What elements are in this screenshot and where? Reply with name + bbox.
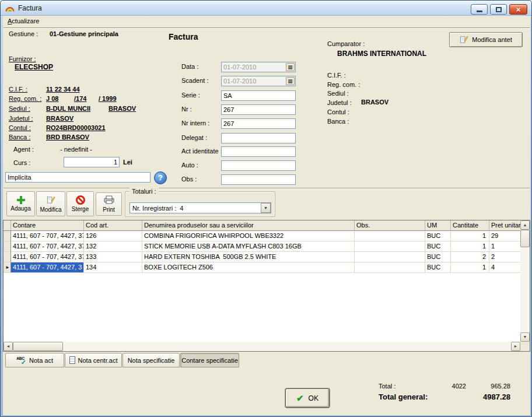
cell-contare-selected[interactable]: 4111, 607 - 707, 4427, 3 bbox=[11, 262, 84, 273]
act-identitate-label: Act identitate : bbox=[181, 148, 222, 155]
ok-label: OK bbox=[309, 394, 318, 402]
gestiune-value: 01-Gestiune principala bbox=[50, 30, 118, 38]
title-bar[interactable]: Factura × bbox=[1, 1, 531, 16]
maximize-button[interactable] bbox=[490, 4, 507, 15]
cell-cantitate[interactable]: 1 bbox=[451, 241, 489, 252]
adauga-button[interactable]: Adauga bbox=[6, 191, 35, 216]
table-row[interactable]: 4111, 607 - 707, 4427, 37 126 COMBINA FR… bbox=[4, 231, 530, 241]
cell-um[interactable]: BUC bbox=[425, 241, 451, 252]
scroll-left-icon[interactable]: ◄ bbox=[4, 342, 13, 351]
horizontal-scroll-thumb[interactable] bbox=[13, 342, 63, 351]
curs-input[interactable] bbox=[64, 157, 120, 167]
auto-input[interactable] bbox=[221, 160, 296, 171]
furnizor-label[interactable]: Furnizor : bbox=[9, 55, 36, 63]
header-cod-art[interactable]: Cod art. bbox=[84, 220, 142, 231]
nr-intern-input[interactable] bbox=[221, 118, 296, 129]
cell-contare[interactable]: 4111, 607 - 707, 4427, 37 bbox=[11, 252, 84, 262]
cell-cantitate[interactable]: 1 bbox=[451, 231, 489, 241]
supplier-regcom-part3[interactable]: / 1999 bbox=[99, 95, 117, 103]
modifica-antet-button[interactable]: Modifica antet bbox=[449, 32, 523, 47]
calendar-icon[interactable]: ▦ bbox=[286, 77, 295, 85]
supplier-banca-label[interactable]: Banca : bbox=[9, 134, 30, 141]
row-selector-cell[interactable] bbox=[4, 252, 11, 262]
ok-button[interactable]: ✔ OK bbox=[285, 388, 330, 408]
cell-cantitate[interactable]: 2 bbox=[451, 252, 489, 262]
table-row-selected[interactable]: ► 4111, 607 - 707, 4427, 3 134 BOXE LOGI… bbox=[4, 262, 530, 273]
help-button[interactable]: ? bbox=[154, 171, 167, 184]
menu-actualizare[interactable]: Actualizare bbox=[4, 16, 43, 26]
tab-nota-specificatie[interactable]: Nota specificatie bbox=[123, 353, 180, 367]
header-obs[interactable]: Obs. bbox=[355, 220, 425, 231]
header-cantitate[interactable]: Cantitate bbox=[451, 220, 489, 231]
supplier-sediul-label[interactable]: Sediul : bbox=[9, 105, 30, 113]
sterge-button[interactable]: Sterge bbox=[66, 191, 94, 216]
cell-cod-art[interactable]: 133 bbox=[84, 252, 142, 262]
supplier-judetul-label[interactable]: Judetul : bbox=[9, 115, 33, 122]
header-contare[interactable]: Contare bbox=[11, 220, 84, 231]
scroll-up-icon[interactable]: ▲ bbox=[520, 220, 530, 230]
supplier-sediul-city[interactable]: BRASOV bbox=[108, 105, 136, 113]
scroll-right-icon[interactable]: ► bbox=[511, 342, 520, 351]
supplier-regcom-label[interactable]: Reg. com. : bbox=[9, 95, 41, 103]
cell-obs[interactable] bbox=[355, 241, 425, 252]
tab-nota-act[interactable]: ABC✓ Nota act bbox=[5, 353, 64, 367]
cell-cod-art[interactable]: 134 bbox=[84, 262, 142, 273]
cell-obs[interactable] bbox=[355, 231, 425, 241]
cell-obs[interactable] bbox=[355, 252, 425, 262]
serie-input[interactable] bbox=[221, 90, 296, 101]
supplier-cif-value[interactable]: 11 22 34 44 bbox=[46, 86, 80, 93]
vertical-scrollbar[interactable]: ▲ ▼ bbox=[520, 220, 530, 342]
delegat-input[interactable] bbox=[221, 133, 296, 143]
supplier-banca-value[interactable]: BRD BRASOV bbox=[46, 134, 89, 141]
current-row-arrow-icon: ► bbox=[5, 265, 10, 270]
nr-input[interactable] bbox=[221, 104, 296, 115]
act-identitate-input[interactable] bbox=[221, 146, 296, 157]
cell-denumire[interactable]: COMBINA FRIGORIFICA WHIRPOOL WBE3322 bbox=[142, 231, 355, 241]
obs-input[interactable] bbox=[221, 174, 296, 185]
calendar-icon[interactable]: ▦ bbox=[286, 63, 295, 71]
row-selector-cell[interactable] bbox=[4, 241, 11, 252]
supplier-cif-label[interactable]: C.I.F. : bbox=[9, 86, 27, 93]
supplier-regcom-part2[interactable]: /174 bbox=[74, 95, 86, 103]
cell-denumire[interactable]: STICK MEMORIE USB A-DATA MYFLASH C803 16… bbox=[142, 241, 355, 252]
cell-cod-art[interactable]: 132 bbox=[84, 241, 142, 252]
cell-contare[interactable]: 4111, 607 - 707, 4427, 37 bbox=[11, 231, 84, 241]
furnizor-name-link[interactable]: ELECSHOP bbox=[15, 64, 53, 71]
records-combo-input[interactable] bbox=[130, 202, 271, 213]
scadent-input[interactable] bbox=[221, 76, 296, 86]
header-denumire[interactable]: Denumirea produselor sau a serviciilor bbox=[142, 220, 355, 231]
cell-um[interactable]: BUC bbox=[425, 252, 451, 262]
cell-um[interactable]: BUC bbox=[425, 231, 451, 241]
cell-contare[interactable]: 4111, 607 - 707, 4427, 37 bbox=[11, 241, 84, 252]
modifica-button[interactable]: Modifica bbox=[36, 191, 65, 216]
cell-denumire[interactable]: BOXE LOGITECH Z506 bbox=[142, 262, 355, 273]
tab-contare-specificatie[interactable]: Contare specificatie bbox=[180, 353, 239, 367]
header-um[interactable]: UM bbox=[425, 220, 451, 231]
supplier-contul-value[interactable]: RO24BRD00003021 bbox=[46, 124, 106, 132]
table-row[interactable]: 4111, 607 - 707, 4427, 37 133 HARD EXTER… bbox=[4, 252, 530, 262]
data-input[interactable] bbox=[221, 62, 296, 72]
horizontal-scrollbar[interactable]: ◄ ► bbox=[4, 342, 520, 351]
supplier-judetul-value[interactable]: BRASOV bbox=[46, 115, 74, 122]
records-combobox[interactable]: ▼ bbox=[130, 202, 271, 213]
cell-cod-art[interactable]: 126 bbox=[84, 231, 142, 241]
supplier-regcom-part1[interactable]: J 08 bbox=[46, 95, 58, 103]
row-selector-cell[interactable] bbox=[4, 231, 11, 241]
row-selector-cell[interactable]: ► bbox=[4, 262, 11, 273]
supplier-sediul-value[interactable]: B-DUL MUNCII bbox=[46, 105, 90, 113]
close-button[interactable]: × bbox=[509, 4, 527, 15]
cell-obs[interactable] bbox=[355, 262, 425, 273]
chevron-down-icon[interactable]: ▼ bbox=[261, 203, 271, 213]
cell-um[interactable]: BUC bbox=[425, 262, 451, 273]
tab-nota-centr-act[interactable]: Nota centr.act bbox=[65, 353, 122, 367]
print-button[interactable]: Print bbox=[96, 192, 122, 216]
table-row[interactable]: 4111, 607 - 707, 4427, 37 132 STICK MEMO… bbox=[4, 241, 530, 252]
supplier-contul-label[interactable]: Contul : bbox=[9, 124, 31, 132]
cell-cantitate[interactable]: 1 bbox=[451, 262, 489, 273]
vertical-scroll-thumb[interactable] bbox=[520, 230, 530, 247]
implicita-input[interactable] bbox=[5, 172, 150, 183]
minimize-button[interactable] bbox=[471, 4, 488, 15]
close-icon: × bbox=[516, 6, 521, 13]
scroll-down-icon[interactable]: ▼ bbox=[520, 332, 530, 342]
cell-denumire[interactable]: HARD EXTERN TOSHIBA 500GB 2.5 WHITE bbox=[142, 252, 355, 262]
